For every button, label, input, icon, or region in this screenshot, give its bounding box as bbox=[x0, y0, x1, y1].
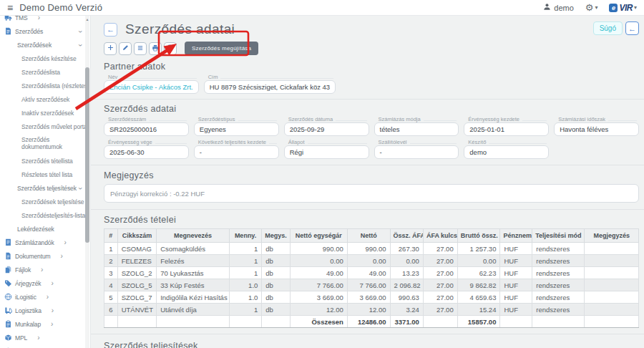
field: Következő teljesítés kezdete - bbox=[194, 139, 279, 159]
sidebar-item[interactable]: Szerződés művelet portál bbox=[0, 120, 90, 133]
field-label: Érvényesség kezdete bbox=[468, 116, 519, 122]
sidebar-item-label: Árjegyzék bbox=[15, 280, 41, 287]
cell: 1 bbox=[104, 243, 118, 255]
cell: 49.00 bbox=[290, 267, 347, 279]
note-field[interactable]: Pénzügyi korrekció : -0.22 HUF bbox=[104, 184, 639, 203]
toolbar-button[interactable] bbox=[164, 42, 177, 55]
settings-menu[interactable]: ⚙ ▾ bbox=[585, 2, 598, 13]
sidebar-item[interactable]: Szerződés készítése bbox=[0, 52, 90, 65]
sidebar-item[interactable]: Aktív szerződések bbox=[0, 92, 90, 106]
sidebar-item[interactable]: Szerződéslista (részletes) bbox=[0, 79, 90, 92]
table-row[interactable]: 1CSOMAGCsomagküldés1db990.00990.00267.30… bbox=[104, 243, 639, 255]
chevron-right-icon: › bbox=[61, 253, 63, 260]
total-cell bbox=[262, 316, 291, 328]
renew-contract-button[interactable]: Szerződés megújítása bbox=[185, 42, 258, 55]
back-button[interactable]: ← bbox=[104, 23, 117, 37]
table-header-row: #CikkszámMegnevezésMenny.Megys.Nettó egy… bbox=[104, 229, 639, 243]
edit-icon bbox=[122, 43, 129, 54]
sidebar-item[interactable]: Munkalap › bbox=[0, 317, 90, 331]
column-header: Teljesítési mód bbox=[532, 229, 585, 243]
partner-section-title: Partner adatok bbox=[104, 62, 639, 72]
field-value[interactable]: 2025-09-29 bbox=[284, 122, 369, 136]
field-value[interactable]: 2025-01-01 bbox=[464, 122, 549, 136]
sidebar-item[interactable]: Részletes tétel lista bbox=[0, 168, 90, 181]
cell: db bbox=[262, 267, 291, 279]
scroll-up-icon[interactable]: ▲ bbox=[85, 17, 89, 21]
cell: 1 bbox=[229, 267, 262, 279]
table-row[interactable]: 2FELEZESFelezés1db0.000.000.0027.000.00H… bbox=[104, 255, 639, 267]
sidebar-item[interactable]: Szerződések teljesítése bbox=[0, 195, 90, 208]
sidebar-item[interactable]: Szerződés teljesítések › bbox=[0, 181, 90, 195]
sidebar-item-label: Részletes tétel lista bbox=[21, 171, 72, 178]
field-value[interactable]: SR2025000016 bbox=[104, 122, 189, 136]
cell: FELEZES bbox=[117, 255, 157, 267]
sidebar-item[interactable]: Árjegyzék › bbox=[0, 276, 90, 290]
field-value[interactable]: Egyenes bbox=[194, 122, 279, 136]
column-header: Bruttó össz. bbox=[457, 229, 500, 243]
toolbar-button[interactable] bbox=[119, 42, 132, 55]
sidebar-item[interactable]: Logisztika › bbox=[0, 304, 90, 317]
sidebar-item-label: Aktív szerződések bbox=[21, 96, 69, 103]
sidebar-item[interactable]: Szerződések › bbox=[0, 38, 90, 52]
sidebar-item[interactable]: Szerződéslista bbox=[0, 65, 90, 79]
cell: 4 659.63 bbox=[457, 291, 500, 304]
sidebar-item[interactable]: ? Súgó › bbox=[0, 344, 90, 348]
field-value[interactable]: 2025-06-30 bbox=[104, 145, 189, 159]
toolbar-button[interactable] bbox=[134, 42, 147, 55]
sidebar-item[interactable]: MPL › bbox=[0, 331, 90, 344]
help-button[interactable]: Súgó bbox=[593, 21, 623, 35]
toolbar-button[interactable] bbox=[104, 42, 117, 55]
sidebar-item[interactable]: Inaktív szerződések bbox=[0, 106, 90, 120]
back-button-top-right[interactable]: ← bbox=[625, 21, 639, 35]
sidebar-item[interactable]: Fájlok › bbox=[0, 263, 90, 276]
chevron-right-icon: › bbox=[47, 294, 49, 301]
sidebar-item[interactable]: Szerződésteljesítés-lista bbox=[0, 208, 90, 222]
cell: Csomagküldés bbox=[157, 243, 230, 255]
cell: HUF bbox=[500, 243, 532, 255]
column-header: Menny. bbox=[229, 229, 262, 243]
toolbar-button[interactable] bbox=[149, 42, 162, 55]
user-menu[interactable]: demo bbox=[543, 3, 574, 12]
table-row[interactable]: 3SZOLG_270 Lyukasztás1db49.0049.0013.232… bbox=[104, 267, 639, 279]
divider bbox=[91, 99, 644, 100]
menu-icon[interactable]: ≡ bbox=[7, 3, 13, 13]
cell: 990.63 bbox=[390, 291, 423, 304]
fulfillments-section-title: Szerződés teljesítések bbox=[104, 341, 639, 348]
sidebar-item[interactable]: TMS › bbox=[0, 16, 90, 24]
field: Állapot Régi bbox=[284, 139, 369, 159]
sidebar-scrollbar-thumb[interactable] bbox=[85, 67, 89, 243]
app-logo-menu[interactable]: e VIR ▾ bbox=[609, 3, 637, 13]
globe-icon bbox=[4, 293, 12, 301]
sidebar-item-label: Szerződés tétellista bbox=[21, 158, 73, 165]
field-value[interactable]: - bbox=[374, 145, 459, 159]
column-header: Megjegyzés bbox=[585, 229, 639, 243]
list-icon bbox=[137, 43, 144, 54]
field-value[interactable]: Régi bbox=[284, 145, 369, 159]
table-row[interactable]: 5SZOLG_7Indigólila Kézi Hasítás1.0db3 66… bbox=[104, 291, 639, 304]
field-value[interactable]: HU 8879 Szécsisziget, Cickafark köz 43 bbox=[204, 80, 336, 94]
cell: 12.00 bbox=[347, 304, 390, 316]
field-value[interactable]: tételes bbox=[374, 122, 459, 136]
table-row[interactable]: 4SZOLG_533 Kúp Festés1.0db7 766.007 766.… bbox=[104, 279, 639, 291]
sidebar-item[interactable]: iLogistic › bbox=[0, 290, 90, 304]
sidebar-item[interactable]: Szerződés dokumentumok bbox=[0, 133, 90, 154]
chevron-down-icon: › bbox=[76, 187, 83, 189]
field-label: Következő teljesítés kezdete bbox=[198, 139, 266, 145]
sidebar-item[interactable]: Lekérdezések bbox=[0, 222, 90, 236]
column-header: # bbox=[104, 229, 118, 243]
gear-icon: ⚙ bbox=[585, 2, 594, 13]
field-value[interactable]: - bbox=[194, 145, 279, 159]
total-cell: 15857.00 bbox=[457, 316, 500, 328]
document-icon bbox=[4, 252, 12, 260]
cell: 1 bbox=[229, 255, 262, 267]
sidebar-item[interactable]: Szerződés tétellista bbox=[0, 154, 90, 168]
sidebar-item[interactable]: Számlázandók › bbox=[0, 236, 90, 249]
field-value[interactable]: Havonta féléves bbox=[554, 122, 639, 136]
sidebar-item[interactable]: Szerződés › bbox=[0, 24, 90, 38]
table-row[interactable]: 6UTÁNVÉTUtánvét díja1db12.0012.003.2427.… bbox=[104, 304, 639, 316]
file-icon bbox=[167, 43, 174, 54]
field-value[interactable]: demo bbox=[464, 145, 549, 159]
field-label: Név bbox=[108, 74, 117, 80]
sidebar-item[interactable]: Dokumentum › bbox=[0, 249, 90, 263]
field-value[interactable]: Encián Csipke - Akácos Zrt. bbox=[104, 80, 199, 94]
